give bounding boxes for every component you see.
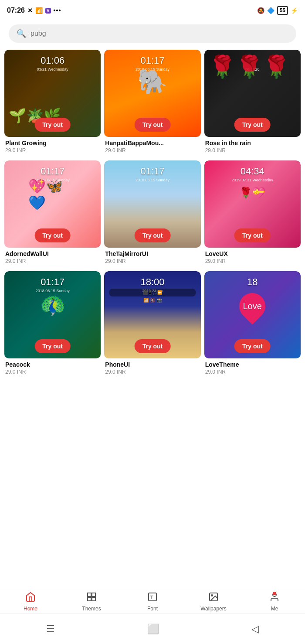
card-image-adorned-wall-ui: 01:172018.06.15 Sunday💖🦋💙Try out <box>4 160 101 248</box>
card-title-love-ux: LoveUX <box>204 250 301 257</box>
nav-icon-font: T <box>147 592 158 604</box>
try-out-button-love-ux[interactable]: Try out <box>234 228 271 242</box>
card-price-taj-mirror-ui: 29.0 INR <box>104 257 200 268</box>
card-price-phone-ui: 29.0 INR <box>104 368 200 378</box>
card-image-phone-ui: 18:002019.21 am ⬛📱🎵⏭️ 📶 🔇 📸 Try out <box>104 271 200 358</box>
card-price-hanpati-bappa: 29.0 INR <box>104 147 200 157</box>
clock-overlay: 01:06 <box>4 55 101 66</box>
date-overlay: 2018.06.15 Sunday <box>104 178 200 182</box>
nav-item-me[interactable]: Me <box>261 592 288 612</box>
menu-button[interactable]: ☰ <box>46 624 55 635</box>
nav-icon-themes <box>86 592 97 604</box>
card-title-plant-growing: Plant Growing <box>4 140 101 147</box>
try-out-button-adorned-wall-ui[interactable]: Try out <box>34 228 71 242</box>
card-price-plant-growing: 29.0 INR <box>4 147 101 157</box>
card-price-peacock: 29.0 INR <box>4 368 101 378</box>
card-price-adorned-wall-ui: 29.0 INR <box>4 257 101 268</box>
card-love2: 18 Love Try outLoveTheme29.0 INR <box>204 271 301 378</box>
card-adorned-wall-ui: 01:172018.06.15 Sunday💖🦋💙Try outAdornedW… <box>4 160 101 268</box>
battery-display: 55 <box>277 6 288 15</box>
svg-rect-0 <box>88 593 91 596</box>
time-display: 07:26 <box>7 7 25 14</box>
card-title-taj-mirror-ui: TheTajMirrorUI <box>104 250 200 257</box>
card-title-hanpati-bappa: HanpatiBappaMou... <box>104 140 200 147</box>
try-out-button-hanpati-bappa[interactable]: Try out <box>135 118 171 132</box>
bluetooth-icon: 🔷 <box>267 7 274 14</box>
more-icon: ••• <box>54 7 61 14</box>
home-button[interactable]: ⬜ <box>147 624 159 635</box>
bottom-nav: HomeThemesTFontWallpapersMe <box>0 588 305 613</box>
date-overlay: 03/21 Wednesday <box>4 67 101 72</box>
card-image-hanpati-bappa: 01:172018.06.15 Sunday🐘Try out <box>104 50 200 137</box>
card-price-rose-in-rain: 29.0 INR <box>204 147 301 157</box>
card-peacock: 01:172018.06.15 Sunday🦚Try outPeacock29.… <box>4 271 101 378</box>
try-out-button-rose-in-rain[interactable]: Try out <box>234 118 271 132</box>
nav-icon-home <box>25 592 36 604</box>
cards-grid: 01:0603/21 Wednesday🌱🪴🌿Try outPlant Grow… <box>0 50 305 378</box>
card-image-plant-growing: 01:0603/21 Wednesday🌱🪴🌿Try out <box>4 50 101 137</box>
nav-label-me: Me <box>271 606 278 612</box>
status-bar: 07:26 ✕ 📶 V ••• 🔕 🔷 55 ⚡ <box>0 0 305 21</box>
nav-item-themes[interactable]: Themes <box>78 592 105 612</box>
svg-point-7 <box>211 595 213 596</box>
system-nav: ☰ ⬜ ◁ <box>0 613 305 644</box>
card-title-phone-ui: PhoneUI <box>104 361 200 368</box>
nav-label-home: Home <box>24 606 37 612</box>
search-bar[interactable]: 🔍 pubg <box>9 24 296 43</box>
nav-icon-me <box>269 592 280 604</box>
try-out-button-plant-growing[interactable]: Try out <box>34 118 71 132</box>
card-image-peacock: 01:172018.06.15 Sunday🦚Try out <box>4 271 101 358</box>
try-out-button-taj-mirror-ui[interactable]: Try out <box>135 228 171 242</box>
card-image-rose-in-rain: 06.2020🌹🌹🌹Try out <box>204 50 301 137</box>
close-icon: ✕ <box>27 7 33 14</box>
nav-label-wallpapers: Wallpapers <box>200 606 227 612</box>
try-out-button-love2[interactable]: Try out <box>234 339 271 353</box>
nav-label-themes: Themes <box>82 606 101 612</box>
card-image-love2: 18 Love Try out <box>204 271 301 358</box>
card-title-rose-in-rain: Rose in the rain <box>204 140 301 147</box>
clock-overlay: 18 <box>204 276 301 288</box>
card-image-love-ux: 04:342019.07.31 Wednesday🌹💝Try out <box>204 160 301 248</box>
nav-label-font: Font <box>147 606 158 612</box>
card-phone-ui: 18:002019.21 am ⬛📱🎵⏭️ 📶 🔇 📸 Try outPhone… <box>104 271 200 378</box>
clock-overlay: 04:34 <box>204 166 301 177</box>
vibrate-icon: 🔕 <box>257 7 264 14</box>
card-image-taj-mirror-ui: 01:172018.06.15 Sunday🕌Try out <box>104 160 200 248</box>
clock-overlay: 01:17 <box>4 166 101 177</box>
card-price-love-ux: 29.0 INR <box>204 257 301 268</box>
clock-overlay: 01:17 <box>4 276 101 288</box>
card-taj-mirror-ui: 01:172018.06.15 Sunday🕌Try outTheTajMirr… <box>104 160 200 268</box>
card-plant-growing: 01:0603/21 Wednesday🌱🪴🌿Try outPlant Grow… <box>4 50 101 157</box>
try-out-button-peacock[interactable]: Try out <box>34 339 71 353</box>
date-overlay: 2018.06.15 Sunday <box>4 289 101 293</box>
voot-icon: V <box>45 8 51 14</box>
try-out-button-phone-ui[interactable]: Try out <box>135 339 171 353</box>
svg-rect-3 <box>92 597 95 601</box>
card-hanpati-bappa: 01:172018.06.15 Sunday🐘Try outHanpatiBap… <box>104 50 200 157</box>
card-price-love2: 29.0 INR <box>204 368 301 378</box>
svg-text:T: T <box>150 595 153 600</box>
svg-rect-2 <box>88 597 91 601</box>
nav-item-wallpapers[interactable]: Wallpapers <box>200 592 227 612</box>
svg-rect-1 <box>92 593 95 596</box>
search-icon: 🔍 <box>17 29 26 38</box>
status-right: 🔕 🔷 55 ⚡ <box>257 6 298 15</box>
notification-dot <box>273 592 276 595</box>
search-input[interactable]: pubg <box>30 30 288 37</box>
card-title-peacock: Peacock <box>4 361 101 368</box>
clock-overlay: 01:17 <box>104 166 200 177</box>
card-rose-in-rain: 06.2020🌹🌹🌹Try outRose in the rain29.0 IN… <box>204 50 301 157</box>
clock-overlay: 01:17 <box>104 55 200 66</box>
nav-item-font[interactable]: TFont <box>139 592 166 612</box>
date-overlay: 2019.07.31 Wednesday <box>204 178 301 182</box>
charge-icon: ⚡ <box>291 7 298 14</box>
wifi-icon: 📶 <box>35 7 43 14</box>
card-title-love2: LoveTheme <box>204 361 301 368</box>
nav-item-home[interactable]: Home <box>17 592 44 612</box>
clock-overlay: 18:00 <box>104 276 200 288</box>
back-button[interactable]: ◁ <box>251 624 259 635</box>
card-love-ux: 04:342019.07.31 Wednesday🌹💝Try outLoveUX… <box>204 160 301 268</box>
status-left: 07:26 ✕ 📶 V ••• <box>7 7 61 14</box>
card-title-adorned-wall-ui: AdornedWallUI <box>4 250 101 257</box>
nav-icon-wallpapers <box>208 592 219 604</box>
